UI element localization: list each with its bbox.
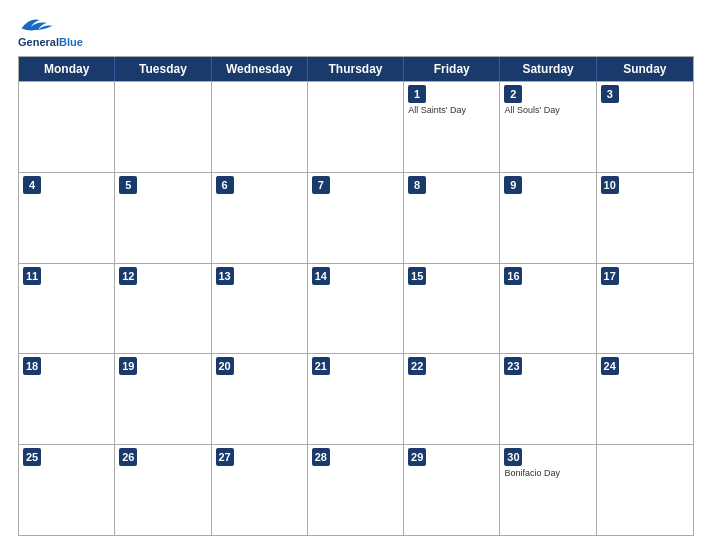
- day-cell: 4: [19, 173, 115, 263]
- day-cell: 1All Saints' Day: [404, 82, 500, 172]
- week-row: 45678910: [19, 172, 693, 263]
- day-header-sunday: Sunday: [597, 57, 693, 81]
- day-cell: 21: [308, 354, 404, 444]
- day-cell: 17: [597, 264, 693, 354]
- day-number: 30: [504, 448, 522, 466]
- day-number: 12: [119, 267, 137, 285]
- calendar-page: General Blue MondayTuesdayWednesdayThurs…: [0, 0, 712, 550]
- day-cell: 22: [404, 354, 500, 444]
- day-number: 3: [601, 85, 619, 103]
- day-number: 15: [408, 267, 426, 285]
- day-number: 4: [23, 176, 41, 194]
- day-cell: [212, 82, 308, 172]
- day-cell: 19: [115, 354, 211, 444]
- day-number: 9: [504, 176, 522, 194]
- day-cell: 12: [115, 264, 211, 354]
- day-number: 6: [216, 176, 234, 194]
- calendar: MondayTuesdayWednesdayThursdayFridaySatu…: [18, 56, 694, 536]
- day-header-wednesday: Wednesday: [212, 57, 308, 81]
- day-cell: 7: [308, 173, 404, 263]
- day-number: 26: [119, 448, 137, 466]
- day-cell: [115, 82, 211, 172]
- week-row: 1All Saints' Day2All Souls' Day3: [19, 81, 693, 172]
- day-headers: MondayTuesdayWednesdayThursdayFridaySatu…: [19, 57, 693, 81]
- day-number: 27: [216, 448, 234, 466]
- day-cell: [308, 82, 404, 172]
- day-cell: 29: [404, 445, 500, 535]
- week-row: 11121314151617: [19, 263, 693, 354]
- day-number: 28: [312, 448, 330, 466]
- day-cell: 13: [212, 264, 308, 354]
- event-text: Bonifacio Day: [504, 468, 591, 479]
- logo-general: General: [18, 36, 59, 48]
- day-number: 19: [119, 357, 137, 375]
- logo-area: General Blue: [18, 14, 108, 48]
- week-row: 18192021222324: [19, 353, 693, 444]
- day-cell: 3: [597, 82, 693, 172]
- day-cell: [19, 82, 115, 172]
- header: General Blue: [18, 14, 694, 48]
- day-number: 22: [408, 357, 426, 375]
- day-number: 8: [408, 176, 426, 194]
- day-number: 21: [312, 357, 330, 375]
- day-cell: 9: [500, 173, 596, 263]
- day-number: 25: [23, 448, 41, 466]
- day-cell: 14: [308, 264, 404, 354]
- day-cell: 27: [212, 445, 308, 535]
- day-number: 16: [504, 267, 522, 285]
- day-number: 24: [601, 357, 619, 375]
- day-header-friday: Friday: [404, 57, 500, 81]
- weeks: 1All Saints' Day2All Souls' Day345678910…: [19, 81, 693, 535]
- day-number: 10: [601, 176, 619, 194]
- day-number: 18: [23, 357, 41, 375]
- event-text: All Souls' Day: [504, 105, 591, 116]
- day-header-thursday: Thursday: [308, 57, 404, 81]
- day-number: 20: [216, 357, 234, 375]
- logo-icon: [18, 14, 54, 36]
- week-row: 252627282930Bonifacio Day: [19, 444, 693, 535]
- day-cell: 6: [212, 173, 308, 263]
- logo-blue: Blue: [59, 36, 83, 48]
- day-number: 23: [504, 357, 522, 375]
- day-cell: 23: [500, 354, 596, 444]
- day-number: 7: [312, 176, 330, 194]
- day-header-monday: Monday: [19, 57, 115, 81]
- day-cell: 16: [500, 264, 596, 354]
- day-number: 13: [216, 267, 234, 285]
- day-cell: 8: [404, 173, 500, 263]
- day-number: 11: [23, 267, 41, 285]
- day-cell: 20: [212, 354, 308, 444]
- day-number: 1: [408, 85, 426, 103]
- day-header-tuesday: Tuesday: [115, 57, 211, 81]
- day-cell: 11: [19, 264, 115, 354]
- day-number: 14: [312, 267, 330, 285]
- day-cell: 2All Souls' Day: [500, 82, 596, 172]
- day-cell: [597, 445, 693, 535]
- day-header-saturday: Saturday: [500, 57, 596, 81]
- event-text: All Saints' Day: [408, 105, 495, 116]
- day-cell: 30Bonifacio Day: [500, 445, 596, 535]
- day-cell: 28: [308, 445, 404, 535]
- day-cell: 26: [115, 445, 211, 535]
- day-cell: 18: [19, 354, 115, 444]
- day-cell: 15: [404, 264, 500, 354]
- day-number: 2: [504, 85, 522, 103]
- day-cell: 10: [597, 173, 693, 263]
- day-cell: 5: [115, 173, 211, 263]
- day-cell: 25: [19, 445, 115, 535]
- day-number: 29: [408, 448, 426, 466]
- day-cell: 24: [597, 354, 693, 444]
- day-number: 5: [119, 176, 137, 194]
- country-label: [604, 14, 694, 18]
- day-number: 17: [601, 267, 619, 285]
